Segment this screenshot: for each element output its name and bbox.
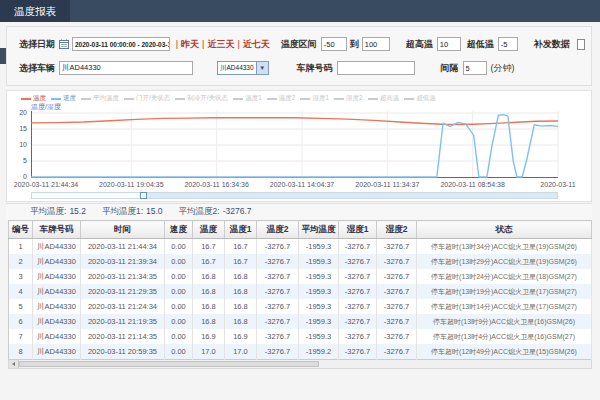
table-cell: -3276.7 [377, 254, 417, 269]
column-header[interactable]: 编号 [9, 221, 33, 239]
resend-data-checkbox[interactable] [577, 39, 585, 50]
table-cell: 停车超时(12时49分)ACC熄火卫星(15)GSM(26) [417, 344, 592, 360]
quick-date-links: |昨天|近三天|近七天 [176, 38, 273, 51]
table-cell: 2020-03-11 21:34:35 [81, 269, 165, 284]
table-cell: -3276.7 [339, 284, 377, 299]
table-row[interactable]: 4川AD443302020-03-11 21:29:350.0016.816.8… [9, 284, 592, 299]
legend-label: 温度1 [245, 94, 262, 103]
table-header-row: 编号车牌号码时间速度温度温度1温度2平均温度湿度1湿度2状态 [9, 221, 592, 239]
legend-line-icon [175, 98, 185, 100]
table-cell: 川AD44330 [33, 299, 81, 314]
x-tick-label: 2020-03-11 08:54:38 [428, 181, 518, 188]
legend-label: 温度2 [279, 94, 296, 103]
legend-item[interactable]: 制冷开/关状态 [175, 94, 228, 103]
table-cell: 2 [9, 254, 33, 269]
table-cell: -3276.7 [257, 284, 299, 299]
table-row[interactable]: 1川AD443302020-03-11 21:44:340.0016.716.7… [9, 239, 592, 255]
table-row[interactable]: 3川AD443302020-03-11 21:34:350.0016.816.8… [9, 269, 592, 284]
vehicle-select-value: 川AD44330 [218, 64, 256, 73]
table-cell: 16.8 [193, 299, 225, 314]
column-header[interactable]: 温度1 [225, 221, 257, 239]
plate-number-input[interactable] [337, 61, 415, 75]
vehicle-search-input[interactable] [59, 61, 193, 75]
legend-item[interactable]: 超高温 [368, 94, 400, 103]
scrollbar-thumb[interactable] [19, 361, 319, 367]
series-line-温度 [31, 118, 558, 125]
high-temp-label: 超高温 [406, 38, 433, 51]
column-header[interactable]: 车牌号码 [33, 221, 81, 239]
table-cell: -3276.7 [257, 239, 299, 255]
table-cell: -3276.7 [377, 314, 417, 329]
avg-temp2-value: -3276.7 [223, 206, 252, 216]
interval-input[interactable] [463, 61, 487, 75]
low-temp-label: 超低温 [467, 38, 494, 51]
date-range-input[interactable]: 2020-03-11 00:00:00 - 2020-03-11 21:45:1… [72, 37, 170, 51]
legend-label: 平均温度 [93, 94, 119, 103]
table-cell: -3276.7 [257, 269, 299, 284]
table-row[interactable]: 7川AD443302020-03-11 21:14:350.0016.916.9… [9, 329, 592, 344]
table-cell: 2020-03-11 21:19:35 [81, 314, 165, 329]
legend-line-icon [124, 98, 134, 100]
table-cell: -3276.7 [339, 269, 377, 284]
scroll-left-button[interactable] [9, 360, 19, 368]
filter-panel: 选择日期 2020-03-11 00:00:00 - 2020-03-11 21… [6, 26, 592, 86]
table-cell: 0.00 [165, 329, 193, 344]
tab-temperature-report[interactable]: 温度报表 [0, 0, 70, 22]
horizontal-scrollbar[interactable] [8, 360, 592, 369]
table-cell: -1959.3 [299, 329, 339, 344]
legend-item[interactable]: 湿度2 [334, 94, 363, 103]
column-header[interactable]: 速度 [165, 221, 193, 239]
chart-datazoom-track[interactable] [31, 192, 558, 199]
high-temp-input[interactable] [437, 37, 461, 51]
filter-row-date: 选择日期 2020-03-11 00:00:00 - 2020-03-11 21… [19, 35, 585, 53]
column-header[interactable]: 温度2 [257, 221, 299, 239]
stats-bar: 平均温度:15.2 平均温度1:15.0 平均温度2:-3276.7 [6, 203, 592, 219]
legend-item[interactable]: 温度2 [267, 94, 296, 103]
table-cell: 16.7 [225, 254, 257, 269]
low-temp-input[interactable] [498, 37, 518, 51]
table-cell: -3276.7 [339, 344, 377, 360]
y-tick-label: 5 [9, 157, 27, 164]
table-cell: 停车超时(13时34分)ACC熄火卫星(19)GSM(26) [417, 239, 592, 255]
legend-item[interactable]: 门开/关状态 [124, 94, 170, 103]
table-cell: -1959.3 [299, 299, 339, 314]
quick-link-2[interactable]: 近七天 [243, 38, 270, 51]
table-cell: 16.7 [225, 239, 257, 255]
quick-link-0[interactable]: 昨天 [181, 38, 199, 51]
avg-temp1-label: 平均温度1: [102, 206, 143, 216]
legend-label: 湿度2 [346, 94, 363, 103]
table-row[interactable]: 2川AD443302020-03-11 21:39:340.0016.716.7… [9, 254, 592, 269]
column-header[interactable]: 湿度2 [377, 221, 417, 239]
quick-link-1[interactable]: 近三天 [207, 38, 234, 51]
table-cell: -1959.3 [299, 254, 339, 269]
vehicle-select[interactable]: 川AD44330 ▼ [217, 61, 269, 75]
table-cell: 8 [9, 344, 33, 360]
table-cell: -1959.3 [299, 314, 339, 329]
table-cell: -3276.7 [257, 314, 299, 329]
temp-max-input[interactable] [362, 37, 390, 51]
temp-range-label: 温度区间 [281, 38, 317, 51]
table-row[interactable]: 6川AD443302020-03-11 21:19:350.0016.816.8… [9, 314, 592, 329]
table-cell: -1959.3 [299, 269, 339, 284]
legend-item[interactable]: 超低温 [404, 94, 436, 103]
column-header[interactable]: 温度 [193, 221, 225, 239]
legend-item[interactable]: 平均温度 [81, 94, 119, 103]
column-header[interactable]: 平均温度 [299, 221, 339, 239]
column-header[interactable]: 状态 [417, 221, 592, 239]
table-cell: 川AD44330 [33, 254, 81, 269]
column-header[interactable]: 时间 [81, 221, 165, 239]
datazoom-selection[interactable] [144, 193, 557, 198]
table-cell: -3276.7 [377, 269, 417, 284]
legend-label: 超低温 [416, 94, 436, 103]
column-header[interactable]: 湿度1 [339, 221, 377, 239]
legend-item[interactable]: 温度1 [233, 94, 262, 103]
table-cell: -3276.7 [257, 329, 299, 344]
table-row[interactable]: 8川AD443302020-03-11 20:59:350.0017.017.0… [9, 344, 592, 360]
table-cell: -3276.7 [339, 329, 377, 344]
y-tick-label: 20 [9, 109, 27, 116]
datazoom-handle[interactable] [140, 192, 147, 199]
table-row[interactable]: 5川AD443302020-03-11 21:24:340.0016.816.8… [9, 299, 592, 314]
avg-temp2-label: 平均温度2: [179, 206, 220, 216]
legend-item[interactable]: 湿度1 [300, 94, 329, 103]
temp-min-input[interactable] [321, 37, 347, 51]
